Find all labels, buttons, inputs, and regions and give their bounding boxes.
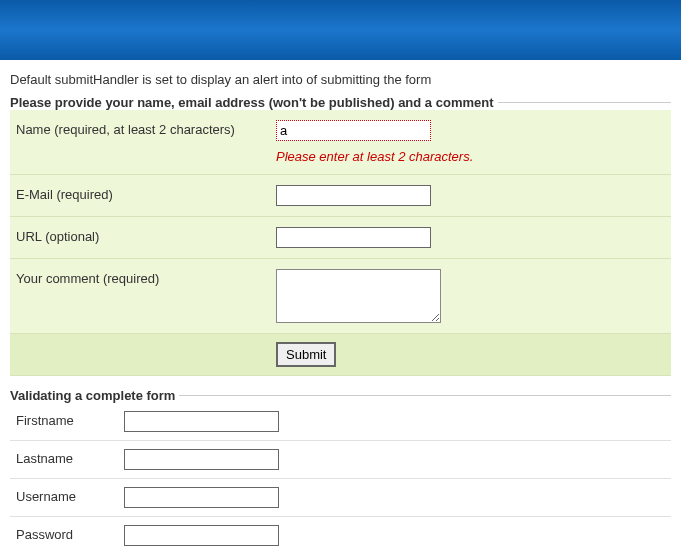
email-input[interactable]	[276, 185, 431, 206]
row-username: Username	[10, 479, 671, 517]
url-input[interactable]	[276, 227, 431, 248]
password-input[interactable]	[124, 525, 279, 546]
row-name: Name (required, at least 2 characters) P…	[10, 110, 671, 175]
row-firstname: Firstname	[10, 403, 671, 441]
firstname-label: Firstname	[16, 411, 124, 428]
row-lastname: Lastname	[10, 441, 671, 479]
row-submit	[10, 334, 671, 376]
username-input[interactable]	[124, 487, 279, 508]
comment-textarea[interactable]	[276, 269, 441, 323]
name-error: Please enter at least 2 characters.	[276, 149, 473, 164]
password-label: Password	[16, 525, 124, 542]
comment-form-fieldset: Please provide your name, email address …	[10, 95, 671, 376]
row-email: E-Mail (required)	[10, 175, 671, 217]
url-label: URL (optional)	[16, 227, 276, 244]
page-content: Default submitHandler is set to display …	[0, 60, 681, 548]
signup-form-fieldset: Validating a complete form Firstname Las…	[10, 388, 671, 548]
row-password: Password	[10, 517, 671, 548]
lastname-input[interactable]	[124, 449, 279, 470]
username-label: Username	[16, 487, 124, 504]
lastname-label: Lastname	[16, 449, 124, 466]
name-label: Name (required, at least 2 characters)	[16, 120, 276, 137]
page-banner	[0, 0, 681, 60]
signup-form-legend: Validating a complete form	[10, 388, 179, 403]
firstname-input[interactable]	[124, 411, 279, 432]
email-label: E-Mail (required)	[16, 185, 276, 202]
name-input[interactable]	[276, 120, 431, 141]
row-comment: Your comment (required)	[10, 259, 671, 334]
comment-form-legend: Please provide your name, email address …	[10, 95, 498, 110]
intro-text: Default submitHandler is set to display …	[10, 72, 671, 87]
comment-label: Your comment (required)	[16, 269, 276, 286]
submit-button[interactable]	[276, 342, 336, 367]
row-url: URL (optional)	[10, 217, 671, 259]
